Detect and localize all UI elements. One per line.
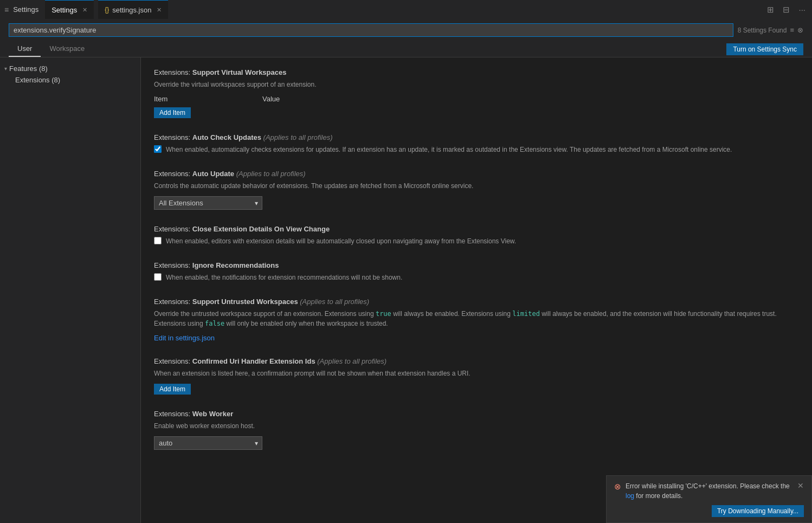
main-layout: ▾ Features (8) Extensions (8) Extensions… — [0, 57, 812, 523]
setting-prefix: Extensions: — [154, 68, 192, 76]
setting-desc-ignore-recs: When enabled, the notifications for exte… — [166, 273, 402, 282]
setting-bold: Auto Update — [192, 170, 234, 178]
notification-text: Error while installing 'C/C++' extension… — [626, 481, 793, 501]
setting-bold: Ignore Recommendations — [192, 261, 279, 269]
edit-in-settings-json-link[interactable]: Edit in settings.json — [154, 334, 215, 342]
sidebar: ▾ Features (8) Extensions (8) — [0, 57, 141, 523]
setting-prefix: Extensions: — [154, 225, 192, 233]
checkbox-row-ignore-recs: When enabled, the notifications for exte… — [154, 273, 799, 282]
setting-desc-auto-check: When enabled, automatically checks exten… — [166, 145, 732, 154]
code-limited: limited — [512, 310, 540, 318]
setting-support-untrusted: Extensions: Support Untrusted Workspaces… — [154, 298, 799, 342]
tab-settings-close[interactable]: ✕ — [82, 7, 87, 14]
sidebar-item-extensions[interactable]: Extensions (8) — [0, 74, 140, 86]
notification-message: Error while installing 'C/C++' extension… — [626, 482, 790, 490]
checkbox-auto-check-input[interactable] — [154, 145, 162, 153]
tab-user[interactable]: User — [9, 41, 41, 57]
search-bar-area: 8 Settings Found ≡ ⊗ — [0, 19, 812, 41]
setting-title-virtual-workspaces: Extensions: Support Virtual Workspaces — [154, 68, 799, 76]
setting-desc-uri: When an extension is listed here, a conf… — [154, 369, 799, 378]
setting-desc-close-details: When enabled, editors with extension det… — [166, 236, 516, 246]
setting-title-auto-update: Extensions: Auto Update (Applies to all … — [154, 170, 799, 178]
setting-italic: (Applies to all profiles) — [236, 170, 306, 178]
sidebar-item-extensions-label: Extensions (8) — [15, 76, 60, 84]
notification-message-suffix: for more details. — [634, 492, 682, 500]
setting-table-virtual-workspaces: Item Value — [154, 95, 799, 103]
notification-actions: Try Downloading Manually... — [614, 505, 804, 517]
tab-json-icon: {} — [105, 6, 109, 14]
col-item-label: Item — [154, 95, 262, 103]
try-downloading-button[interactable]: Try Downloading Manually... — [712, 505, 804, 517]
setting-title-uri: Extensions: Confirmed Uri Handler Extens… — [154, 357, 799, 365]
tab-json-label: settings.json — [112, 6, 151, 14]
app-title: Settings — [13, 5, 38, 14]
title-bar-actions: ⊞ ⊟ ··· — [765, 3, 808, 17]
setting-prefix: Extensions: — [154, 133, 192, 141]
filter-icon[interactable]: ⊗ — [797, 26, 803, 34]
checkbox-auto-check[interactable] — [154, 145, 162, 153]
menu-icon[interactable]: ≡ — [4, 5, 9, 14]
setting-title-close-details: Extensions: Close Extension Details On V… — [154, 225, 799, 233]
setting-ignore-recommendations: Extensions: Ignore Recommendations When … — [154, 261, 799, 282]
notification-row: ⊗ Error while installing 'C/C++' extensi… — [614, 481, 804, 501]
notification-close-icon[interactable]: ✕ — [797, 481, 804, 490]
checkbox-close-details[interactable] — [154, 237, 162, 244]
setting-auto-check-updates: Extensions: Auto Check Updates (Applies … — [154, 133, 799, 154]
select-web-worker[interactable]: auto on off — [154, 436, 262, 450]
setting-title-untrusted: Extensions: Support Untrusted Workspaces… — [154, 298, 799, 306]
select-wrapper-auto-update: All Extensions None Only Selected Extens… — [154, 196, 262, 210]
error-icon: ⊗ — [614, 482, 621, 492]
setting-prefix: Extensions: — [154, 261, 192, 269]
split-editor-icon[interactable]: ⊞ — [765, 3, 776, 17]
checkbox-close-details-input[interactable] — [154, 237, 162, 244]
search-input[interactable] — [9, 23, 733, 37]
setting-italic: (Applies to all profiles) — [300, 298, 369, 306]
setting-desc-untrusted: Override the untrusted workspace support… — [154, 309, 799, 328]
setting-auto-update: Extensions: Auto Update (Applies to all … — [154, 170, 799, 210]
settings-tab-label: Settings — [51, 6, 77, 14]
tab-user-label: User — [17, 44, 32, 53]
tab-settings-json[interactable]: {} settings.json ✕ — [98, 0, 168, 19]
setting-title-ignore-recs: Extensions: Ignore Recommendations — [154, 261, 799, 269]
setting-confirmed-uri: Extensions: Confirmed Uri Handler Extens… — [154, 357, 799, 395]
setting-bold: Support Untrusted Workspaces — [192, 298, 298, 306]
setting-prefix: Extensions: — [154, 298, 192, 306]
tab-json-close[interactable]: ✕ — [157, 7, 162, 14]
setting-prefix: Extensions: — [154, 170, 192, 178]
setting-bold: Close Extension Details On View Change — [192, 225, 330, 233]
select-wrapper-web-worker: auto on off — [154, 436, 262, 450]
tabs-left: User Workspace — [9, 41, 93, 57]
setting-desc-virtual-workspaces: Override the virtual workspaces support … — [154, 80, 799, 89]
setting-title-auto-check: Extensions: Auto Check Updates (Applies … — [154, 133, 799, 141]
chevron-down-icon: ▾ — [4, 66, 7, 72]
sidebar-group-features-header[interactable]: ▾ Features (8) — [0, 63, 140, 74]
checkbox-ignore-recs[interactable] — [154, 273, 162, 281]
tabs-row: User Workspace Turn on Settings Sync — [0, 41, 812, 57]
add-item-button-uri[interactable]: Add Item — [154, 384, 191, 395]
setting-italic: (Applies to all profiles) — [317, 357, 386, 365]
tab-settings[interactable]: Settings ✕ — [45, 0, 94, 19]
add-item-button-virtual-workspaces[interactable]: Add Item — [154, 107, 191, 118]
setting-support-virtual-workspaces: Extensions: Support Virtual Workspaces O… — [154, 68, 799, 118]
code-true: true — [376, 310, 391, 318]
checkbox-ignore-recs-input[interactable] — [154, 273, 162, 281]
tab-workspace[interactable]: Workspace — [41, 41, 93, 57]
tab-workspace-label: Workspace — [49, 44, 85, 53]
sync-button[interactable]: Turn on Settings Sync — [726, 43, 803, 55]
setting-prefix: Extensions: — [154, 410, 192, 418]
layout-icon[interactable]: ⊟ — [781, 3, 792, 17]
more-actions-icon[interactable]: ··· — [796, 3, 808, 16]
select-auto-update[interactable]: All Extensions None Only Selected Extens… — [154, 196, 262, 210]
search-results-count: 8 Settings Found — [738, 27, 787, 34]
setting-close-extension-details: Extensions: Close Extension Details On V… — [154, 225, 799, 246]
checkbox-row-auto-check: When enabled, automatically checks exten… — [154, 145, 799, 154]
setting-bold: Web Worker — [192, 410, 233, 418]
content-area: Extensions: Support Virtual Workspaces O… — [141, 57, 812, 523]
setting-italic: (Applies to all profiles) — [263, 133, 333, 141]
notification-log-link[interactable]: log — [626, 492, 634, 500]
sidebar-group-label: Features (8) — [9, 64, 48, 73]
setting-web-worker: Extensions: Web Worker Enable web worker… — [154, 410, 799, 450]
code-false: false — [205, 320, 224, 327]
setting-desc-web-worker: Enable web worker extension host. — [154, 421, 799, 431]
sort-icon[interactable]: ≡ — [790, 26, 794, 34]
